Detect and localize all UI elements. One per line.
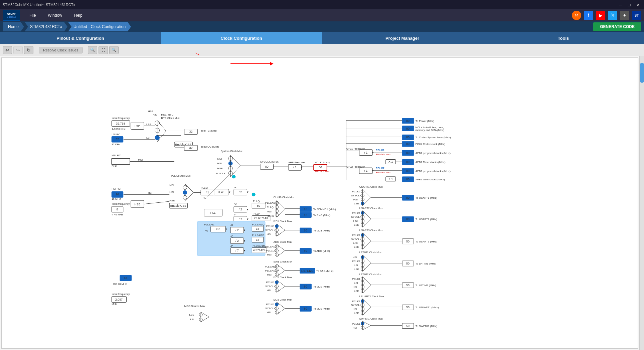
svg-text:PCLK1: PCLK1 bbox=[352, 278, 360, 281]
svg-text:Enable CSS: Enable CSS bbox=[170, 204, 186, 207]
facebook-icon[interactable]: f bbox=[584, 11, 593, 20]
titlebar-controls: ─ □ ✕ bbox=[617, 1, 641, 8]
zoom-in-button[interactable]: 🔍 bbox=[109, 46, 119, 54]
svg-text:PCLK1: PCLK1 bbox=[352, 322, 360, 325]
svg-text:16: 16 bbox=[304, 207, 307, 211]
svg-text:RTC Clock Mux: RTC Clock Mux bbox=[161, 117, 179, 120]
svg-text:/ 2: / 2 bbox=[235, 239, 239, 242]
svg-text:LSE: LSE bbox=[146, 123, 151, 126]
svg-text:SYSCLK (MHz): SYSCLK (MHz) bbox=[260, 160, 279, 163]
svg-text:SAI1 Clock Mux: SAI1 Clock Mux bbox=[274, 260, 292, 263]
svg-text:16: 16 bbox=[304, 213, 307, 217]
tab-project[interactable]: Project Manager bbox=[322, 32, 483, 44]
menu-file[interactable]: File bbox=[24, 12, 41, 19]
svg-text:To SAI1 (MHz): To SAI1 (MHz) bbox=[316, 270, 334, 273]
resolve-clock-button[interactable]: Resolve Clock Issues bbox=[39, 47, 83, 53]
scroll-thumb[interactable] bbox=[640, 63, 644, 83]
svg-text:50: 50 bbox=[406, 240, 410, 243]
tabbar: Pinout & Configuration Clock Configurati… bbox=[0, 32, 644, 44]
svg-text:PCLK2: PCLK2 bbox=[352, 190, 360, 193]
breadcrumb-config[interactable]: Untitled - Clock Configuration bbox=[68, 22, 131, 31]
svg-text:PCLK1: PCLK1 bbox=[352, 234, 360, 237]
svg-text:APB1 peripheral clocks (MHz): APB1 peripheral clocks (MHz) bbox=[416, 152, 451, 155]
svg-text:50: 50 bbox=[406, 284, 410, 287]
logo-cubemx: CubeMX bbox=[7, 16, 16, 18]
titlebar: STM32CubeMX Untitled*: STM32L431RCTx ─ □… bbox=[0, 0, 644, 9]
svg-text:MSI: MSI bbox=[138, 158, 143, 161]
svg-text:To USART1 (MHz): To USART1 (MHz) bbox=[416, 196, 438, 199]
svg-text:SYSCLK: SYSCLK bbox=[351, 304, 362, 307]
svg-text:PLLCLK: PLLCLK bbox=[266, 249, 276, 252]
svg-text:80: 80 bbox=[406, 160, 410, 164]
right-scrollbar[interactable] bbox=[639, 56, 644, 350]
tab-tools[interactable]: Tools bbox=[483, 32, 644, 44]
refresh-button[interactable]: ↻ bbox=[24, 46, 33, 54]
svg-text:PCLK1: PCLK1 bbox=[352, 300, 360, 303]
close-button[interactable]: ✕ bbox=[635, 1, 641, 8]
svg-text:15: 15 bbox=[256, 238, 259, 241]
svg-text:I2C2 Clock Mux: I2C2 Clock Mux bbox=[274, 276, 292, 279]
maximize-button[interactable]: □ bbox=[626, 1, 633, 8]
svg-text:System Clock Mux: System Clock Mux bbox=[220, 150, 242, 153]
twitter-icon[interactable]: 𝕏 bbox=[608, 11, 617, 20]
svg-text:SYSCLK: SYSCLK bbox=[351, 215, 362, 218]
zoom-out-button[interactable]: 🔍 bbox=[88, 46, 97, 54]
svg-text:HSI48: HSI48 bbox=[267, 214, 275, 217]
svg-text:APB1 Timer clocks (MHz): APB1 Timer clocks (MHz) bbox=[416, 161, 446, 164]
svg-text:*N: *N bbox=[205, 229, 208, 232]
undo-button[interactable]: ↩ bbox=[3, 46, 12, 54]
redo-button[interactable]: ↪ bbox=[13, 46, 23, 54]
svg-text:APB2 timer clocks (MHz): APB2 timer clocks (MHz) bbox=[416, 178, 445, 181]
svg-text:80: 80 bbox=[406, 151, 410, 155]
svg-text:HCLK to AHB bus, core,: HCLK to AHB bus, core, bbox=[416, 126, 444, 129]
svg-text:To LPTIM2 (MHz): To LPTIM2 (MHz) bbox=[416, 284, 436, 287]
fit-button[interactable]: ⛶ bbox=[99, 46, 108, 54]
svg-text:PCLK1: PCLK1 bbox=[266, 303, 275, 306]
breadcrumb-device[interactable]: STM32L431RCTx bbox=[25, 22, 67, 31]
svg-text:memory and DMA (MHz): memory and DMA (MHz) bbox=[416, 129, 445, 132]
svg-text:32: 32 bbox=[189, 146, 192, 150]
youtube-icon[interactable]: ▶ bbox=[596, 11, 605, 20]
svg-text:LPTIM2 Clock Mux: LPTIM2 Clock Mux bbox=[359, 273, 382, 276]
svg-text:/R: /R bbox=[234, 186, 236, 189]
breadcrumb-home[interactable]: Home bbox=[3, 22, 24, 31]
svg-text:1-1000 KHz: 1-1000 KHz bbox=[112, 128, 126, 131]
svg-text:To USART3 (MHz): To USART3 (MHz) bbox=[416, 240, 438, 243]
svg-text:PCLK1: PCLK1 bbox=[352, 260, 360, 263]
svg-text:80 MHz max: 80 MHz max bbox=[315, 170, 329, 173]
svg-text:LSI: LSI bbox=[354, 264, 358, 267]
svg-text:LSE: LSE bbox=[354, 245, 359, 248]
svg-text:80: 80 bbox=[304, 249, 307, 252]
svg-text:USART1 Clock Mux: USART1 Clock Mux bbox=[359, 185, 383, 188]
clock-diagram[interactable]: Input frequency 32.768 1-1000 KHz LSI RC… bbox=[1, 57, 638, 349]
svg-text:PLL Source Mux: PLL Source Mux bbox=[171, 174, 190, 177]
minimize-button[interactable]: ─ bbox=[617, 1, 624, 8]
tab-clock[interactable]: Clock Configuration bbox=[161, 32, 322, 44]
network-icon[interactable]: ✦ bbox=[620, 11, 629, 20]
svg-text:KHz: KHz bbox=[112, 164, 117, 167]
svg-text:PLL: PLL bbox=[210, 211, 216, 214]
svg-text:PLLQ: PLLQ bbox=[267, 206, 274, 209]
version-badge: 10 bbox=[572, 11, 581, 20]
svg-text:/ 1: / 1 bbox=[293, 166, 297, 169]
svg-text:16 MHz: 16 MHz bbox=[112, 197, 121, 200]
svg-text:HSE_RTC: HSE_RTC bbox=[161, 113, 173, 116]
svg-text:USART3 Clock Mux: USART3 Clock Mux bbox=[359, 229, 383, 232]
generate-code-button[interactable]: GENERATE CODE bbox=[593, 22, 641, 31]
svg-text:/R: /R bbox=[230, 224, 233, 227]
svg-text:HSI: HSI bbox=[353, 286, 357, 289]
svg-text:PCLK2: PCLK2 bbox=[376, 167, 384, 170]
menu-help[interactable]: Help bbox=[69, 12, 88, 19]
svg-text:▼: ▼ bbox=[371, 151, 374, 154]
tab-pinout[interactable]: Pinout & Configuration bbox=[0, 32, 161, 44]
svg-text:LSI: LSI bbox=[146, 136, 150, 139]
main-content: Input frequency 32.768 1-1000 KHz LSI RC… bbox=[0, 56, 644, 350]
svg-text:LSE: LSE bbox=[354, 290, 359, 293]
menu-window[interactable]: Window bbox=[42, 12, 67, 19]
st-icon[interactable]: ST bbox=[632, 11, 641, 20]
svg-text:/ 2: / 2 bbox=[239, 190, 242, 194]
svg-text:80 MHz max: 80 MHz max bbox=[376, 171, 390, 174]
svg-text:HSI: HSI bbox=[267, 289, 271, 292]
svg-text:PLLSAI1R: PLLSAI1R bbox=[253, 244, 265, 247]
svg-text:80: 80 bbox=[406, 169, 410, 173]
